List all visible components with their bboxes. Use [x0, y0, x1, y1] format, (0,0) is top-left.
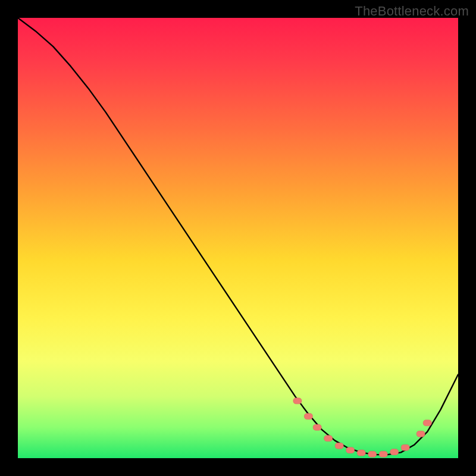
watermark-text: TheBottleneck.com: [355, 4, 469, 19]
curve-marker: [346, 447, 355, 453]
curve-marker: [313, 424, 321, 430]
curve-marker: [390, 449, 399, 455]
curve-marker: [357, 450, 365, 456]
bottleneck-curve: [18, 18, 458, 455]
curve-marker: [304, 414, 312, 419]
curve-marker: [423, 420, 431, 426]
plot-area: [18, 18, 458, 458]
curve-marker: [379, 451, 387, 457]
curve-marker: [416, 431, 425, 437]
curve-marker: [368, 451, 377, 457]
chart-frame: TheBottleneck.com: [0, 0, 476, 476]
curve-marker: [401, 444, 409, 450]
curve-marker: [335, 443, 343, 449]
curve-marker: [293, 398, 302, 404]
curve-marker: [324, 436, 333, 441]
plot-svg: [18, 18, 458, 458]
